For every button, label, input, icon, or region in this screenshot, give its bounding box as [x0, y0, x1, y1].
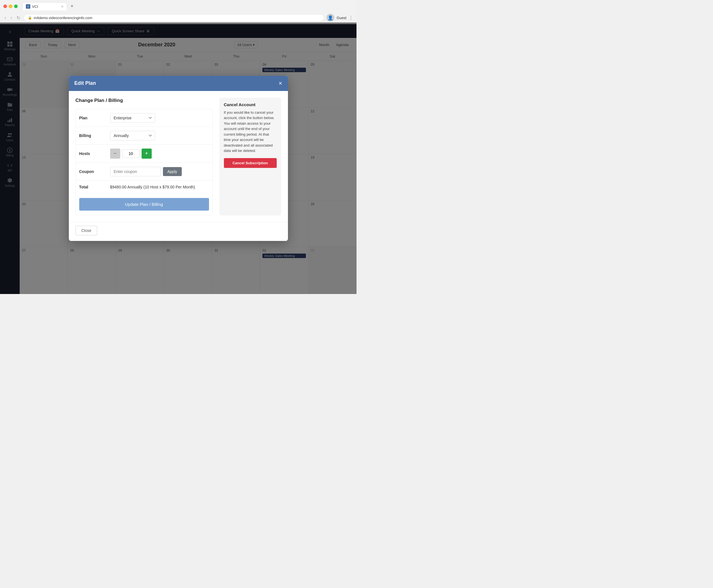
plan-row: Plan Enterprise Professional Basic — [76, 109, 212, 127]
browser-actions: 👤 Guest ⋮ — [326, 14, 353, 22]
modal-close-btn[interactable]: × — [279, 80, 282, 86]
billing-label: Billing — [76, 127, 107, 144]
plan-select[interactable]: Enterprise Professional Basic — [110, 113, 155, 123]
forward-btn[interactable]: › — [9, 14, 13, 21]
modal-body: Change Plan / Billing Plan Enterprise Pr… — [69, 91, 288, 222]
coupon-label: Coupon — [76, 163, 107, 180]
main-content: Create Meeting 📅 Quick Meeting → Quick S… — [20, 24, 356, 294]
modal-title: Edit Plan — [75, 80, 96, 86]
user-icon[interactable]: 👤 — [326, 14, 334, 22]
modal-header: Edit Plan × — [69, 76, 288, 91]
cancel-subscription-btn[interactable]: Cancel Subscription — [224, 158, 277, 168]
modal-right: Cancel Account If you would like to canc… — [219, 98, 281, 215]
hosts-value: 10 — [122, 149, 139, 158]
hosts-decrement-btn[interactable]: − — [110, 149, 120, 159]
form-wrapper: Plan Enterprise Professional Basic — [76, 109, 213, 215]
coupon-control: Apply — [110, 167, 209, 176]
back-btn[interactable]: ‹ — [3, 14, 7, 21]
apply-coupon-btn[interactable]: Apply — [163, 167, 182, 176]
hosts-label: Hosts — [76, 144, 107, 163]
billing-row: Billing Annually Monthly — [76, 127, 212, 144]
form-table: Plan Enterprise Professional Basic — [76, 109, 212, 193]
close-window-btn[interactable] — [3, 4, 7, 8]
address-bar[interactable]: 🔒 m4demo.videoconferencinginfo.com — [24, 14, 324, 22]
tab-favicon: V — [26, 4, 30, 9]
billing-select[interactable]: Annually Monthly — [110, 131, 155, 141]
guest-label: Guest — [337, 16, 346, 20]
update-btn-wrapper: Update Plan / Billing — [76, 193, 212, 215]
close-modal-btn[interactable]: Close — [76, 226, 98, 235]
edit-plan-modal: Edit Plan × Change Plan / Billing Plan — [69, 76, 288, 241]
hosts-row: Hosts − 10 + — [76, 144, 212, 163]
browser-menu-btn[interactable]: ⋮ — [349, 15, 353, 21]
coupon-row: Coupon Apply — [76, 163, 212, 180]
new-tab-btn[interactable]: + — [70, 3, 74, 9]
total-label: Total — [76, 180, 107, 193]
browser-chrome: V VCI × + ‹ › ↻ 🔒 m4demo.videoconferenci… — [0, 0, 356, 24]
modal-left: Change Plan / Billing Plan Enterprise Pr… — [76, 98, 213, 215]
hosts-control: − 10 + — [110, 149, 209, 159]
app-container: ☰ Meetings Invitations Contacts Recordin… — [0, 24, 356, 294]
minimize-window-btn[interactable] — [9, 4, 12, 8]
modal-overlay: Edit Plan × Change Plan / Billing Plan — [20, 24, 356, 294]
update-plan-btn[interactable]: Update Plan / Billing — [79, 198, 209, 211]
coupon-input[interactable] — [110, 167, 161, 176]
modal-footer: Close — [69, 222, 288, 241]
cancel-account-title: Cancel Account — [224, 102, 277, 107]
section-title: Change Plan / Billing — [76, 98, 213, 103]
lock-icon: 🔒 — [28, 16, 32, 20]
browser-tab[interactable]: V VCI × — [22, 2, 67, 10]
window-controls — [3, 4, 18, 8]
reload-btn[interactable]: ↻ — [16, 14, 21, 22]
hosts-increment-btn[interactable]: + — [142, 149, 152, 159]
cancel-account-text: If you would like to cancel your account… — [224, 110, 277, 153]
tab-title: VCI — [32, 4, 38, 9]
maximize-window-btn[interactable] — [14, 4, 18, 8]
plan-label: Plan — [76, 109, 107, 127]
total-row: Total $9480.00 Annually (10 Host x $79.0… — [76, 180, 212, 193]
tab-close-btn[interactable]: × — [61, 4, 63, 9]
total-value: $9480.00 Annually (10 Host x $79.00 Per … — [110, 185, 195, 189]
address-text: m4demo.videoconferencinginfo.com — [34, 16, 93, 20]
